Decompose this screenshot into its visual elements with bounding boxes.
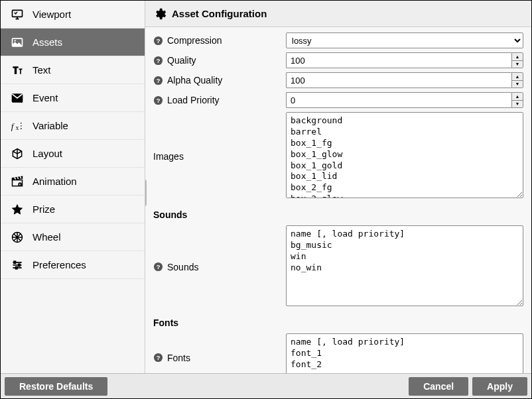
svg-rect-13 [19,264,21,266]
help-icon[interactable]: ? [153,76,163,86]
help-icon[interactable]: ? [153,353,163,363]
sidebar-item-viewport[interactable]: Viewport [1,1,145,28]
wheel-icon [10,230,25,245]
help-icon[interactable]: ? [153,36,163,46]
panel-body: ? Compression lossy ? [145,27,531,373]
field-alpha-quality: ? Alpha Quality ▲ ▼ [153,72,523,88]
sounds-textarea[interactable] [286,225,523,306]
sidebar-item-label: Prize [33,203,55,215]
compression-select[interactable]: lossy [286,32,523,48]
sidebar: Viewport Assets Text Event [1,1,145,373]
field-label: Images [153,151,286,162]
sidebar-item-layout[interactable]: Layout [1,140,145,168]
section-heading-sounds: Sounds [153,209,523,220]
sidebar-item-label: Layout [33,148,62,159]
cancel-button[interactable]: Cancel [409,377,468,396]
svg-point-6 [21,123,22,124]
alpha-quality-input[interactable] [286,72,511,88]
svg-text:?: ? [157,355,161,361]
field-label: ? Load Priority [153,92,286,105]
svg-rect-14 [16,266,18,268]
quality-spinner: ▲ ▼ [511,52,523,68]
sidebar-item-animation[interactable]: Animation [1,168,145,196]
restore-defaults-button[interactable]: Restore Defaults [5,377,107,396]
monitor-icon [10,7,25,22]
field-sounds: ? Sounds [153,225,523,308]
sidebar-item-label: Animation [33,176,77,187]
sidebar-item-label: Text [33,64,51,76]
footer: Restore Defaults Cancel Apply [1,373,531,398]
svg-text:?: ? [157,97,161,104]
sidebar-item-assets[interactable]: Assets [1,28,145,56]
label-text: Sounds [167,262,198,272]
sidebar-item-label: Viewport [33,9,71,20]
main-panel: Asset Configuration ? Compression lossy [145,1,531,373]
field-label: ? Sounds [153,262,286,272]
label-text: Alpha Quality [167,75,222,86]
field-label: ? Alpha Quality [153,72,286,86]
sidebar-item-wheel[interactable]: Wheel [1,223,145,251]
spin-up[interactable]: ▲ [512,93,523,101]
sidebar-item-label: Wheel [33,231,61,243]
help-icon[interactable]: ? [153,95,163,105]
sidebar-item-event[interactable]: Event [1,84,145,112]
clapper-icon [10,174,25,189]
apply-button[interactable]: Apply [472,377,527,396]
event-icon [10,91,25,105]
field-label: ? Fonts [153,353,286,363]
field-images: Images [153,112,523,200]
svg-point-8 [21,128,22,129]
sidebar-item-preferences[interactable]: Preferences [1,251,145,279]
svg-rect-12 [14,261,16,263]
help-icon[interactable]: ? [153,56,163,66]
app-window: Viewport Assets Text Event [0,0,532,399]
panel-title: Asset Configuration [172,8,267,19]
svg-point-2 [15,40,16,41]
svg-text:?: ? [157,58,161,64]
spin-down[interactable]: ▼ [512,81,523,88]
text-icon [10,63,25,78]
label-text: Quality [167,55,196,66]
svg-text:f: f [11,121,15,131]
sidebar-item-label: Assets [33,36,62,48]
section-heading-fonts: Fonts [153,317,523,328]
scroll-indicator[interactable] [145,180,147,206]
svg-rect-0 [13,10,23,17]
svg-text:?: ? [157,78,161,84]
sidebar-item-prize[interactable]: Prize [1,196,145,223]
image-icon [10,35,25,50]
spin-down[interactable]: ▼ [512,61,523,68]
star-icon [10,202,25,217]
field-compression: ? Compression lossy [153,32,523,48]
help-icon[interactable]: ? [153,262,163,272]
sidebar-item-label: Variable [33,120,68,131]
svg-point-7 [21,125,22,127]
svg-text:?: ? [157,38,161,44]
field-fonts: ? Fonts [153,333,523,373]
label-text: Images [153,151,184,162]
sliders-icon [10,258,25,272]
app-body: Viewport Assets Text Event [1,1,531,373]
label-text: Fonts [167,353,190,363]
label-text: Compression [167,35,222,46]
field-load-priority: ? Load Priority ▲ ▼ [153,92,523,108]
svg-text:x: x [16,123,19,131]
label-text: Load Priority [167,95,220,105]
sidebar-item-variable[interactable]: fx Variable [1,112,145,140]
sidebar-item-label: Preferences [33,259,86,270]
load-priority-input[interactable] [286,92,511,108]
cube-icon [10,146,25,161]
images-textarea[interactable] [286,112,523,198]
spin-up[interactable]: ▲ [512,53,523,61]
sidebar-item-label: Event [33,92,58,103]
sidebar-item-text[interactable]: Text [1,56,145,84]
svg-text:?: ? [157,264,161,270]
field-label: ? Compression [153,32,286,46]
field-quality: ? Quality ▲ ▼ [153,52,523,68]
spin-up[interactable]: ▲ [512,73,523,81]
spin-down[interactable]: ▼ [512,101,523,108]
quality-input[interactable] [286,52,511,68]
fonts-textarea[interactable] [286,333,523,373]
gear-icon [153,7,166,21]
priority-spinner: ▲ ▼ [511,92,523,108]
